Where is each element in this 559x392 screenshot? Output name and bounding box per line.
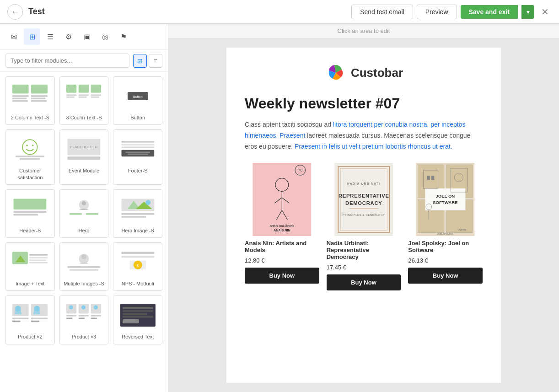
svg-text:REPRESENTATIVE: REPRESENTATIVE xyxy=(339,193,389,199)
module-event[interactable]: PLACEHOLDER Event Module xyxy=(59,129,109,185)
module-preview xyxy=(64,81,105,112)
module-header-s[interactable]: Header-S xyxy=(5,189,55,238)
three-col-text-preview xyxy=(65,81,102,112)
svg-rect-15 xyxy=(91,94,101,96)
svg-rect-76 xyxy=(66,318,72,319)
svg-rect-8 xyxy=(66,85,76,93)
product-card-2: NADIA URBINATI REPRESENTATIVE DEMOCRACY … xyxy=(327,163,401,290)
module-preview xyxy=(64,193,105,225)
email-tab-icon[interactable]: ✉ xyxy=(5,28,22,45)
svg-rect-10 xyxy=(91,85,101,93)
module-label: Button xyxy=(130,114,145,121)
filter-row: ⊞ ≡ xyxy=(0,50,168,72)
module-multiple-images-s[interactable]: Mutiple Images -S xyxy=(59,242,109,291)
footer-preview xyxy=(119,134,156,165)
module-label: Image + Text xyxy=(16,280,44,287)
svg-rect-48 xyxy=(30,254,48,256)
svg-rect-6 xyxy=(32,98,46,100)
svg-rect-26 xyxy=(68,156,101,160)
module-label: Customer satisfaction xyxy=(10,167,51,181)
module-reversed-text[interactable]: Reversed Text xyxy=(113,295,162,344)
click-hint: Click an area to edit xyxy=(168,24,559,38)
module-label: Event Module xyxy=(69,167,99,174)
module-product-x2[interactable]: Product ×2 xyxy=(5,295,55,344)
module-label: Hero Image -S xyxy=(121,227,154,234)
two-col-text-preview xyxy=(11,81,48,112)
module-preview xyxy=(64,247,105,278)
inline-link-2: Praesent xyxy=(280,132,305,139)
module-product-x3[interactable]: Product ×3 xyxy=(59,295,109,344)
svg-rect-2 xyxy=(12,95,29,97)
svg-point-21 xyxy=(32,145,34,146)
grid-tab-icon[interactable]: ⊞ xyxy=(24,28,40,45)
svg-rect-50 xyxy=(30,260,46,261)
product-name-1: Anais Nin: Artists and Models xyxy=(245,240,319,253)
svg-rect-7 xyxy=(32,100,47,102)
filter-input[interactable] xyxy=(5,54,129,68)
svg-rect-85 xyxy=(123,316,153,318)
topbar: ← Test Send test email Preview Save and … xyxy=(0,0,559,24)
save-and-exit-button[interactable]: Save and exit xyxy=(461,5,518,19)
buy-button-3[interactable]: Buy Now xyxy=(408,268,483,284)
bike-tab-icon[interactable]: ⚙ xyxy=(60,28,77,45)
module-hero-image-s[interactable]: Hero Image -S xyxy=(113,189,162,238)
page-title: Test xyxy=(28,7,346,16)
svg-rect-82 xyxy=(123,307,153,309)
topbar-actions: Send test email Preview Save and exit ▾ … xyxy=(351,5,552,19)
svg-text:SOFTWARE: SOFTWARE xyxy=(433,200,458,205)
module-three-col-text[interactable]: 3 Coulm Text -S xyxy=(59,76,109,125)
svg-point-19 xyxy=(23,140,38,155)
module-two-col-text[interactable]: 2 Column Text -S xyxy=(5,76,55,125)
svg-rect-16 xyxy=(91,97,99,98)
text-tab-icon[interactable]: ☰ xyxy=(42,28,59,45)
close-button[interactable]: ✕ xyxy=(538,5,552,19)
svg-rect-0 xyxy=(12,85,29,94)
back-button[interactable]: ← xyxy=(7,4,23,20)
module-label: Reversed Text xyxy=(122,333,154,340)
inline-link-3: Praesent in felis ut velit pretium lobor… xyxy=(295,143,452,150)
svg-rect-68 xyxy=(32,321,40,322)
save-dropdown-button[interactable]: ▾ xyxy=(521,5,534,19)
custobar-logo-icon xyxy=(324,61,347,84)
module-preview: PLACEHOLDER xyxy=(64,134,105,165)
svg-rect-78 xyxy=(79,318,85,319)
main-layout: ✉ ⊞ ☰ ⚙ ▣ ◎ ⚑ ⊞ ≡ xyxy=(0,24,559,392)
svg-rect-39 xyxy=(86,213,98,215)
svg-rect-67 xyxy=(32,318,48,320)
shape-tab-icon[interactable]: ◎ xyxy=(97,28,113,45)
svg-rect-80 xyxy=(91,318,97,319)
product-price-3: 26.13 € xyxy=(408,257,483,264)
content-area: Click an area to edit Custobar xyxy=(168,24,559,392)
module-label: 2 Column Text -S xyxy=(11,114,49,121)
list-view-button[interactable]: ≡ xyxy=(149,54,162,68)
module-preview xyxy=(10,193,51,225)
svg-rect-1 xyxy=(32,85,48,94)
svg-point-70 xyxy=(69,306,73,310)
module-footer-s[interactable]: Footer-S xyxy=(113,129,162,185)
module-label: 3 Coulm Text -S xyxy=(66,114,102,121)
svg-rect-79 xyxy=(91,315,101,317)
svg-rect-44 xyxy=(121,213,154,215)
module-button[interactable]: Button Button xyxy=(113,76,162,125)
svg-rect-4 xyxy=(12,100,28,102)
svg-rect-5 xyxy=(32,95,48,97)
grid-view-button[interactable]: ⊞ xyxy=(133,54,147,68)
module-preview xyxy=(10,247,51,278)
module-hero[interactable]: Hero xyxy=(59,189,109,238)
layout-tab-icon[interactable]: ▣ xyxy=(79,28,95,45)
svg-rect-77 xyxy=(79,315,89,317)
email-scroll[interactable]: Custobar Weekly newsletter #07 Class apt… xyxy=(168,38,559,392)
module-nps[interactable]: € NPS - Moduuli xyxy=(113,242,162,291)
buy-button-2[interactable]: Buy Now xyxy=(327,274,401,290)
hero-image-preview xyxy=(119,193,156,225)
module-customer-satisfaction[interactable]: Customer satisfaction xyxy=(5,129,55,185)
preview-button[interactable]: Preview xyxy=(417,5,457,19)
email-body-text: Class aptent taciti sociosqu ad litora t… xyxy=(245,119,483,152)
svg-rect-33 xyxy=(14,199,47,209)
send-test-email-button[interactable]: Send test email xyxy=(351,5,413,19)
module-image-plus-text[interactable]: Image + Text xyxy=(5,242,55,291)
module-grid: 2 Column Text -S xyxy=(0,72,168,392)
buy-button-1[interactable]: Buy Now xyxy=(245,268,319,284)
flag-tab-icon[interactable]: ⚑ xyxy=(115,28,132,45)
svg-rect-34 xyxy=(14,211,47,213)
